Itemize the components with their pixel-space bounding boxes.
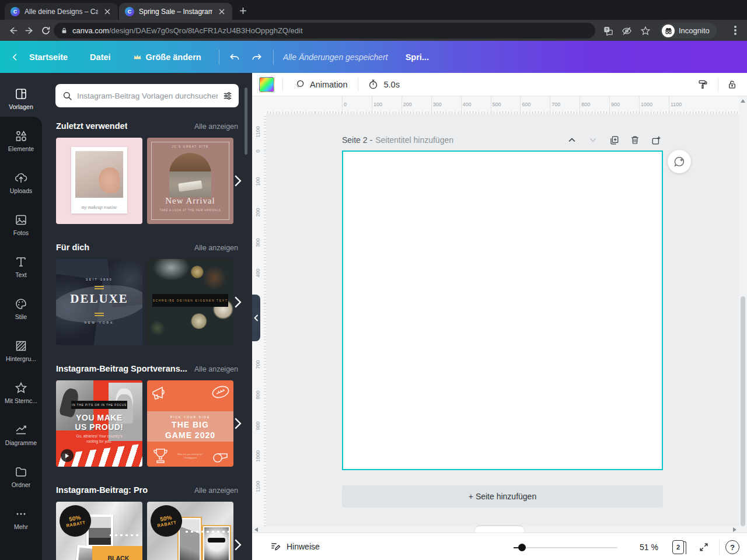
background-color-swatch[interactable] [259,77,274,92]
redo-icon[interactable] [249,49,265,65]
ruler-tick-label: 900 [611,102,620,107]
lock-button[interactable] [727,79,738,90]
carousel-next-button[interactable] [231,415,244,432]
sidebar-item-text[interactable]: Text [0,249,42,285]
tab-title: Alle deine Designs – Canva [25,8,98,16]
eye-off-icon[interactable] [619,23,635,39]
sidebar-item-hintergrund[interactable]: Hintergru... [0,332,42,369]
home-label: Startseite [29,52,68,62]
undo-icon[interactable] [226,49,243,65]
template-thumbnail-big-game[interactable]: PICK YOUR SIDE THE BIGGAME 2020 Who are … [147,380,233,467]
incognito-icon [662,24,675,37]
see-all-link[interactable]: Alle anzeigen [194,365,238,373]
add-page-icon-button[interactable] [649,133,663,147]
animation-label: Animation [310,80,347,89]
template-thumbnail-makeup[interactable]: my makeup routine [56,138,142,224]
tab-close-icon[interactable] [217,7,226,16]
scroll-up-arrow[interactable] [741,99,745,103]
collapse-panel-button[interactable] [252,295,260,341]
back-home-icon[interactable] [7,49,23,65]
template-search-box[interactable] [55,84,239,107]
sidebar-item-ordner[interactable]: Ordner [0,459,42,495]
filter-sliders-icon[interactable] [222,90,233,101]
add-page-button[interactable]: + Seite hinzufügen [342,485,663,508]
section-title: Zuletzt verwendet [56,121,127,131]
ruler-tick-label: 100 [374,102,382,107]
styles-palette-icon [14,297,28,311]
scroll-right-arrow[interactable] [733,527,736,532]
search-input[interactable] [77,92,218,100]
ruler-tick-label: 500 [493,102,501,107]
new-tab-button[interactable] [237,5,249,16]
page-title-placeholder[interactable]: Seitentitel hinzufügen [375,135,453,145]
sidebar-item-vorlagen[interactable]: Vorlagen [0,80,42,117]
paint-roller-icon [697,79,708,90]
translate-icon[interactable] [600,23,616,39]
duplicate-page-button[interactable] [607,133,621,147]
browser-tab-2-active[interactable]: C Spring Sale – Instagram-Be [119,3,232,20]
home-button[interactable]: Startseite [23,48,74,66]
scroll-left-arrow[interactable] [254,527,258,532]
ruler-tick-label: 700 [255,354,261,376]
carousel-next-button[interactable] [231,536,244,554]
url-path: /design/DAEw7g0sQro/8tAcFR1AzU4B3HoOppgh… [109,26,303,35]
notes-label: Hinweise [287,542,320,551]
sidebar-item-mit-sternchen[interactable]: Mit Sternc... [0,374,42,411]
reload-icon[interactable] [37,22,54,38]
help-button[interactable]: ? [725,540,739,554]
template-thumbnail-pro-sale[interactable]: 50%RABATT [147,502,233,560]
sidebar-item-diagramme[interactable]: Diagramme [0,416,42,453]
sidebar-item-fotos[interactable]: Fotos [0,206,42,243]
resize-button[interactable]: Größe ändern [127,48,207,66]
template-thumbnail-sports[interactable]: IN THE PITS OR IN THE FOCUS YOU MAKEUS P… [56,380,142,467]
duration-button[interactable]: 5.0s [368,79,399,90]
forward-icon[interactable] [21,22,37,38]
sidebar-item-mehr[interactable]: Mehr [0,501,42,537]
sidebar-item-elemente[interactable]: Elemente [0,123,42,159]
charts-icon [14,423,28,437]
bookmark-star-icon[interactable] [637,23,654,39]
star-icon [14,381,28,395]
page-count-button[interactable]: 2 [672,540,684,554]
template-thumbnail-black-friday[interactable]: 50%RABATT BLACKFRIDAYANGEBOT [56,502,142,560]
megaphone-doodle [151,384,170,401]
move-page-up-button[interactable] [565,133,579,147]
file-menu-button[interactable]: Datei [84,48,116,66]
fullscreen-button[interactable] [698,541,710,553]
see-all-link[interactable]: Alle anzeigen [194,244,238,252]
notes-button[interactable]: Hinweise [270,541,320,552]
browser-tab-1[interactable]: C Alle deine Designs – Canva [5,3,118,20]
delete-page-button[interactable] [628,133,642,147]
copy-style-button[interactable] [697,79,708,90]
design-title[interactable]: Spri... [400,48,432,66]
zoom-slider-knob[interactable] [518,544,526,551]
template-thumbnail-deluxe[interactable]: SEIT 1990 DELUXE NEW YORK [56,259,142,345]
sidebar-item-stile[interactable]: Stile [0,290,42,327]
ruler-tick-label: 600 [522,102,530,107]
photos-icon [14,213,28,227]
see-all-link[interactable]: Alle anzeigen [194,487,238,495]
back-icon[interactable] [5,22,21,38]
template-thumbnail-food[interactable]: SCHREIBE DEINEN EIGENEN TEXT [147,259,233,345]
see-all-link[interactable]: Alle anzeigen [194,123,238,131]
template-thumbnail-new-arrival[interactable]: JC'S GREAT SITE New Arrival TAKE A LOOK … [147,138,233,224]
url-bar[interactable]: canva.com/design/DAEw7g0sQro/8tAcFR1AzU4… [54,23,595,38]
sidebar-item-uploads[interactable]: Uploads [0,164,42,201]
incognito-label: Incognito [679,26,710,35]
section-title: Instagram-Beitrag Sportverans... [56,364,187,373]
carousel-next-button[interactable] [231,293,244,311]
section-title: Für dich [56,243,89,252]
panel-scrollbar[interactable] [245,88,247,155]
carousel-next-button[interactable] [231,172,244,190]
zoom-slider-track[interactable] [514,547,617,548]
tab-close-icon[interactable] [103,7,112,16]
section-title: Instagram-Beitrag: Pro [56,485,148,495]
animation-button[interactable]: Animation [294,79,347,90]
vertical-scroll-thumb[interactable] [741,296,745,526]
comment-plus-icon [673,155,686,168]
design-page-canvas[interactable] [342,150,663,470]
browser-menu-icon[interactable] [731,26,740,35]
section-header: Instagram-Beitrag Sportverans... Alle an… [56,364,238,373]
comment-button[interactable] [668,150,691,173]
move-page-down-button[interactable] [586,133,600,147]
